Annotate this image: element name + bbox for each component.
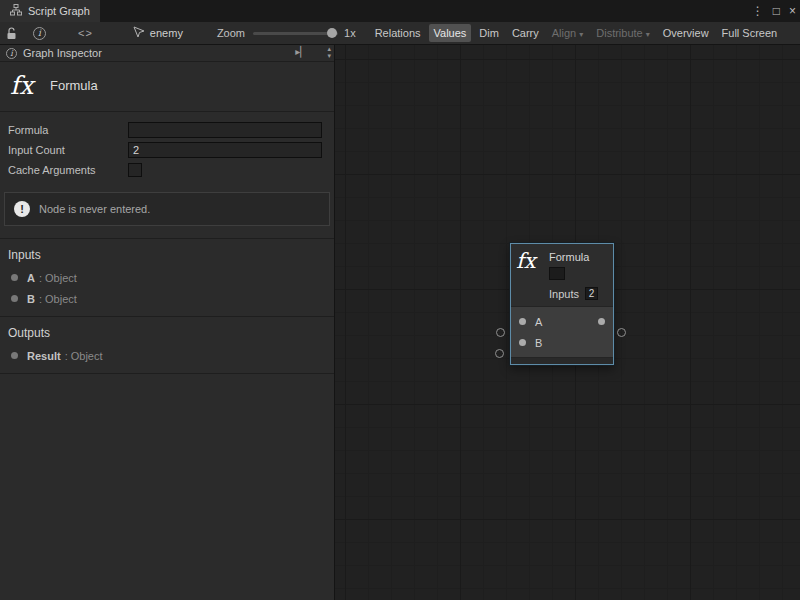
input-port-row-b: B : Object xyxy=(0,288,334,309)
port-dot xyxy=(11,274,18,281)
zoom-slider-knob[interactable] xyxy=(327,28,337,38)
script-graph-icon xyxy=(10,4,22,18)
zoom-slider[interactable] xyxy=(253,27,338,39)
align-label: Align xyxy=(552,27,576,39)
inputs-section-header: Inputs xyxy=(0,244,334,267)
node-header-content: Formula Inputs 2 xyxy=(549,251,598,300)
node-title: Formula xyxy=(549,251,598,263)
dropdown-caret-icon: ▾ xyxy=(646,30,650,39)
input-port-a-dot[interactable] xyxy=(519,318,526,325)
scroll-up-icon[interactable]: ▴ xyxy=(327,45,331,52)
port-connector-b[interactable] xyxy=(495,349,504,358)
port-connector-result[interactable] xyxy=(617,328,626,337)
node-ports: A B xyxy=(511,306,613,357)
port-connector-a[interactable] xyxy=(496,328,505,337)
target-name: enemy xyxy=(150,27,183,39)
unit-name: Formula xyxy=(50,78,98,93)
tab-label: Script Graph xyxy=(28,5,90,17)
dropdown-caret-icon: ▾ xyxy=(579,30,583,39)
target-gameobject-icon xyxy=(133,26,145,40)
port-type: : Object xyxy=(39,272,77,284)
result-port-dot[interactable] xyxy=(598,318,605,325)
input-count-input[interactable] xyxy=(128,142,322,158)
node-formula-input[interactable] xyxy=(549,267,565,280)
warning-text: Node is never entered. xyxy=(39,203,150,215)
port-a-label: A xyxy=(535,316,542,328)
scroll-down-icon[interactable]: ▾ xyxy=(327,52,331,59)
full-screen-button[interactable]: Full Screen xyxy=(717,24,783,42)
maximize-icon[interactable]: □ xyxy=(773,4,780,18)
graph-toolbar: i <> enemy Zoom 1x Relations Values Dim … xyxy=(0,22,800,45)
output-port-row-result: Result : Object xyxy=(0,345,334,366)
formula-field-row: Formula xyxy=(0,120,334,140)
tab-bar: Script Graph ⋮ □ × xyxy=(0,0,800,22)
port-type: : Object xyxy=(65,350,103,362)
zoom-label: Zoom xyxy=(217,27,245,39)
node-inputs-label: Inputs xyxy=(549,288,579,300)
zoom-slider-track[interactable] xyxy=(253,32,338,35)
zoom-value: 1x xyxy=(344,27,356,39)
port-name: A xyxy=(27,272,35,284)
toolbar-buttons: Relations Values Dim Carry Align▾ Distri… xyxy=(370,24,783,42)
relations-button[interactable]: Relations xyxy=(370,24,426,42)
cache-arguments-checkbox[interactable] xyxy=(128,163,142,177)
dim-button[interactable]: Dim xyxy=(474,24,504,42)
graph-canvas[interactable]: fx Formula Inputs 2 A xyxy=(335,45,800,600)
formula-input[interactable] xyxy=(128,122,322,138)
dock-icon[interactable]: ▸▏ xyxy=(295,46,308,57)
warning-box: ! Node is never entered. xyxy=(4,192,330,226)
port-b-label: B xyxy=(535,337,542,349)
node-fx-icon: fx xyxy=(516,251,549,300)
info-icon[interactable]: i xyxy=(33,27,46,40)
formula-field-label: Formula xyxy=(0,124,128,136)
values-button[interactable]: Values xyxy=(429,24,472,42)
cache-arguments-row: Cache Arguments xyxy=(0,160,334,180)
distribute-button[interactable]: Distribute▾ xyxy=(591,24,654,42)
node-input-count-field[interactable]: 2 xyxy=(585,287,598,300)
warning-icon: ! xyxy=(14,201,30,217)
port-type: : Object xyxy=(39,293,77,305)
port-name: Result xyxy=(27,350,61,362)
formula-node[interactable]: fx Formula Inputs 2 A xyxy=(510,243,614,365)
input-count-row: Input Count xyxy=(0,140,334,160)
formula-fx-icon: fx xyxy=(10,71,44,100)
node-footer xyxy=(511,357,613,364)
input-port-b-dot[interactable] xyxy=(519,339,526,346)
code-icon[interactable]: <> xyxy=(78,27,93,39)
window-menu-icon[interactable]: ⋮ xyxy=(752,4,764,18)
align-button[interactable]: Align▾ xyxy=(547,24,588,42)
inputs-section: Inputs A : Object B : Object xyxy=(0,238,334,316)
close-icon[interactable]: × xyxy=(789,4,796,18)
info-icon: i xyxy=(6,48,17,59)
graph-target[interactable]: enemy xyxy=(133,26,183,40)
graph-inspector-panel: i Graph Inspector ▸▏ ▴ ▾ fx Formula Form… xyxy=(0,45,335,600)
inspector-title: Graph Inspector xyxy=(23,47,102,59)
node-inputs-row: Inputs 2 xyxy=(549,287,598,300)
tab-script-graph[interactable]: Script Graph xyxy=(0,0,100,22)
port-dot xyxy=(11,295,18,302)
node-header: fx Formula Inputs 2 xyxy=(511,244,613,306)
port-name: B xyxy=(27,293,35,305)
input-port-row-a: A : Object xyxy=(0,267,334,288)
node-port-row-b: B xyxy=(511,332,613,353)
distribute-label: Distribute xyxy=(596,27,642,39)
input-count-label: Input Count xyxy=(0,144,128,156)
unity-window: Script Graph ⋮ □ × i <> enemy Zoom 1x Re… xyxy=(0,0,800,600)
inspector-fields: Formula Input Count Cache Arguments xyxy=(0,112,334,184)
pane-scroll-control[interactable]: ▴ ▾ xyxy=(327,45,331,59)
outputs-section: Outputs Result : Object xyxy=(0,316,334,374)
cache-arguments-label: Cache Arguments xyxy=(0,164,128,176)
outputs-section-header: Outputs xyxy=(0,322,334,345)
overview-button[interactable]: Overview xyxy=(658,24,714,42)
inspector-header: i Graph Inspector ▸▏ ▴ ▾ xyxy=(0,45,334,62)
window-controls: ⋮ □ × xyxy=(752,0,796,22)
port-dot xyxy=(11,352,18,359)
carry-button[interactable]: Carry xyxy=(507,24,544,42)
node-port-row-a: A xyxy=(511,311,613,332)
unit-title-block: fx Formula xyxy=(0,62,334,112)
lock-icon[interactable] xyxy=(6,27,17,40)
